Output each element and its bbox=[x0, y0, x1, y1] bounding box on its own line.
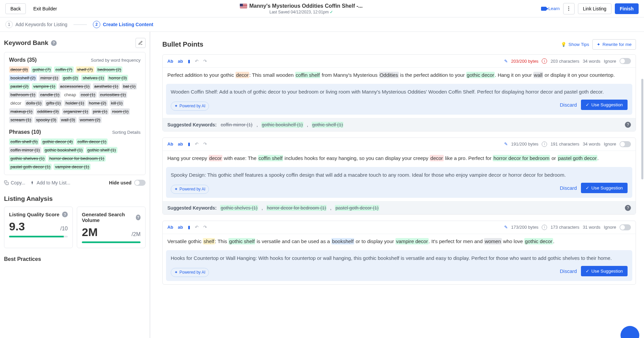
lowercase-button[interactable]: ab bbox=[178, 225, 183, 230]
info-icon[interactable]: i bbox=[542, 142, 547, 147]
more-menu-button[interactable] bbox=[563, 3, 575, 14]
info-icon[interactable]: i bbox=[542, 58, 547, 64]
rewrite-button[interactable]: ✦ Rewrite for me bbox=[592, 39, 636, 50]
undo-button[interactable]: ↶ bbox=[195, 59, 199, 64]
info-icon[interactable]: i bbox=[542, 225, 547, 230]
keyword-chip[interactable]: kill (1) bbox=[110, 100, 124, 106]
keyword-chip[interactable]: wall (3) bbox=[60, 117, 76, 123]
help-icon[interactable]: ? bbox=[62, 212, 68, 217]
keyword-chip[interactable]: pink (1) bbox=[92, 108, 109, 115]
keyword-chip[interactable]: coffin shelf (5) bbox=[9, 138, 39, 145]
suggested-keyword[interactable]: coffin mirror (1) bbox=[220, 122, 253, 128]
help-icon[interactable]: ? bbox=[625, 122, 631, 128]
keyword-chip[interactable]: holder (1) bbox=[64, 100, 86, 106]
help-icon[interactable]: ? bbox=[625, 205, 631, 211]
file-icon[interactable]: ▮ bbox=[188, 225, 190, 230]
help-icon[interactable]: ? bbox=[51, 40, 57, 46]
keyword-chip[interactable]: décor bbox=[9, 100, 23, 106]
keyword-chip[interactable]: cool (1) bbox=[79, 92, 97, 98]
suggested-keyword[interactable]: horror decor for bedroom (1) bbox=[266, 205, 327, 211]
words-sort-label[interactable]: Sorted by word frequency bbox=[91, 58, 141, 63]
keyword-chip[interactable]: pastel (2) bbox=[9, 83, 30, 90]
keyword-chip[interactable]: bookshelf (2) bbox=[9, 75, 37, 81]
keyword-chip[interactable]: spooky (3) bbox=[35, 117, 58, 123]
keyword-chip[interactable]: organizer (1) bbox=[62, 108, 90, 115]
keyword-chip[interactable]: scream (1) bbox=[9, 117, 33, 123]
suggested-keyword[interactable]: gothic bookshelf (1) bbox=[261, 122, 304, 128]
keyword-chip[interactable]: horror (3) bbox=[107, 75, 128, 81]
ignore-toggle[interactable] bbox=[620, 224, 631, 230]
keyword-chip[interactable]: horror decor for bedroom (1) bbox=[48, 155, 106, 162]
edit-pencil-icon[interactable]: ✎ bbox=[504, 225, 508, 230]
bullet-text[interactable]: Versatile gothic shelf: This gothic shel… bbox=[163, 234, 636, 250]
keyword-chip[interactable]: curiosities (1) bbox=[99, 92, 127, 98]
sentence-case-button[interactable]: Ab bbox=[167, 225, 173, 230]
redo-button[interactable]: ↷ bbox=[203, 225, 207, 230]
discard-button[interactable]: Discard bbox=[560, 101, 577, 109]
keyword-chip[interactable]: vampire decor (1) bbox=[54, 164, 91, 170]
ignore-toggle[interactable] bbox=[620, 58, 631, 64]
keyword-chip[interactable]: gothic shelves (1) bbox=[9, 155, 46, 162]
keyword-chip[interactable]: gothic shelf (1) bbox=[86, 147, 117, 153]
edit-keywords-button[interactable] bbox=[136, 38, 146, 48]
undo-button[interactable]: ↶ bbox=[195, 225, 199, 230]
bullet-text[interactable]: Hang your creepy decor with ease: The co… bbox=[163, 151, 636, 167]
discard-button[interactable]: Discard bbox=[560, 267, 577, 275]
keyword-chip[interactable]: decor (8) bbox=[9, 66, 29, 73]
use-suggestion-button[interactable]: ✓ Use Suggestion bbox=[581, 266, 628, 276]
suggested-keyword[interactable]: gothic shelf (1) bbox=[312, 122, 344, 128]
learn-button[interactable]: Learn bbox=[541, 6, 560, 11]
keyword-chip[interactable]: vampire (1) bbox=[32, 83, 57, 90]
use-suggestion-button[interactable]: ✓ Use Suggestion bbox=[581, 183, 628, 193]
step-2[interactable]: 2 Create Listing Content bbox=[93, 21, 153, 28]
keyword-chip[interactable]: gifts (1) bbox=[45, 100, 62, 106]
ignore-toggle[interactable] bbox=[620, 141, 631, 147]
keyword-chip[interactable]: room (1) bbox=[111, 108, 130, 115]
keyword-chip[interactable]: bathroom (1) bbox=[9, 92, 37, 98]
keyword-chip[interactable]: makeup (1) bbox=[9, 108, 34, 115]
keyword-chip[interactable]: home (2) bbox=[88, 100, 108, 106]
keyword-chip[interactable]: gothic bookshelf (1) bbox=[43, 147, 84, 153]
keyword-chip[interactable]: oddities (3) bbox=[36, 108, 60, 115]
keyword-chip[interactable]: bat (1) bbox=[122, 83, 137, 90]
keyword-chip[interactable]: pastel goth decor (1) bbox=[9, 164, 52, 170]
discard-button[interactable]: Discard bbox=[560, 184, 577, 192]
exit-builder-button[interactable]: Exit Builder bbox=[29, 3, 62, 14]
redo-button[interactable]: ↷ bbox=[203, 142, 207, 147]
keyword-chip[interactable]: women (2) bbox=[78, 117, 102, 123]
keyword-chip[interactable]: goth (2) bbox=[62, 75, 79, 81]
keyword-chip[interactable]: cheap bbox=[63, 92, 77, 98]
step-1[interactable]: 1 Add Keywords for Listing bbox=[5, 21, 67, 28]
keyword-chip[interactable]: bedroom (2) bbox=[96, 66, 123, 73]
show-tips-button[interactable]: 💡 Show Tips bbox=[561, 42, 589, 47]
keyword-chip[interactable]: dolls (1) bbox=[25, 100, 43, 106]
redo-button[interactable]: ↷ bbox=[203, 59, 207, 64]
suggested-keyword[interactable]: gothic shelves (1) bbox=[220, 205, 258, 211]
keyword-chip[interactable]: coffin decor (1) bbox=[76, 138, 108, 145]
scrollbar[interactable] bbox=[641, 79, 643, 179]
keyword-chip[interactable]: gothic decor (4) bbox=[41, 138, 74, 145]
file-icon[interactable]: ▮ bbox=[188, 59, 190, 64]
use-suggestion-button[interactable]: ✓ Use Suggestion bbox=[581, 100, 628, 110]
file-icon[interactable]: ▮ bbox=[188, 142, 190, 147]
copy-keywords-button[interactable]: Copy... bbox=[4, 180, 25, 185]
lowercase-button[interactable]: ab bbox=[178, 59, 183, 64]
link-listing-button[interactable]: Link Listing bbox=[578, 3, 611, 14]
lowercase-button[interactable]: ab bbox=[178, 142, 183, 147]
keyword-chip[interactable]: shelves (1) bbox=[81, 75, 105, 81]
keyword-chip[interactable]: mirror (1) bbox=[39, 75, 59, 81]
keyword-chip[interactable]: accessories (1) bbox=[59, 83, 91, 90]
undo-button[interactable]: ↶ bbox=[195, 142, 199, 147]
bullet-text[interactable]: Perfect addition to your gothic decor: T… bbox=[163, 68, 636, 84]
keyword-chip[interactable]: candle (1) bbox=[39, 92, 61, 98]
keyword-chip[interactable]: aesthetic (1) bbox=[93, 83, 120, 90]
hide-used-toggle[interactable] bbox=[134, 180, 146, 186]
back-button[interactable]: Back bbox=[5, 3, 26, 14]
keyword-chip[interactable]: coffin mirror (1) bbox=[9, 147, 41, 153]
phrases-sort-label[interactable]: Sorting Details bbox=[112, 130, 141, 135]
keyword-chip[interactable]: gothic (7) bbox=[31, 66, 52, 73]
add-to-list-button[interactable]: Add to My List... bbox=[30, 180, 70, 185]
keyword-chip[interactable]: shelf (7) bbox=[76, 66, 94, 73]
keyword-chip[interactable]: coffin (7) bbox=[54, 66, 73, 73]
help-icon[interactable]: ? bbox=[136, 215, 141, 220]
